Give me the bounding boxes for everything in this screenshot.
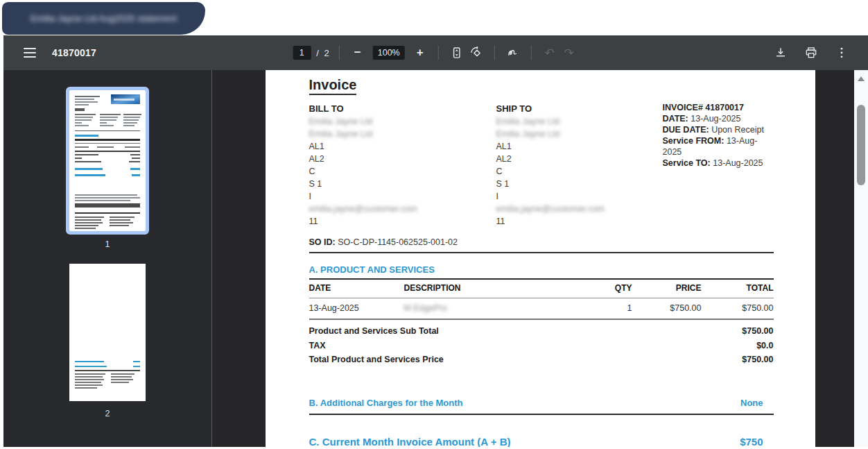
subtotal-amount: $750.00: [742, 324, 773, 339]
toolbar-divider: [339, 46, 340, 60]
download-button[interactable]: [771, 43, 790, 62]
ship-address-line: I: [496, 190, 663, 203]
toolbar-right: [771, 43, 868, 62]
table-row: 13-Aug-2025 M EdgePro 1 $750.00 $750.00: [309, 298, 774, 320]
hamburger-icon: [24, 48, 36, 58]
bill-address-line: C: [309, 165, 496, 178]
due-date-row: DUE DATE: Upon Receipt: [663, 124, 774, 135]
invoice-number: INVOICE# 41870017: [663, 102, 774, 113]
print-button[interactable]: [801, 43, 821, 62]
pdf-toolbar: 41870017 1 / 2 − 100% +: [3, 35, 868, 70]
bill-to-heading: BILL TO: [309, 102, 496, 115]
so-id-row: SO ID: SO-C-DP-1145-062525-001-02: [309, 237, 774, 253]
annotate-button[interactable]: [503, 43, 523, 62]
scrollbar-thumb[interactable]: [857, 105, 865, 185]
bill-address-line: AL1: [309, 140, 496, 153]
menu-button[interactable]: [20, 43, 40, 62]
thumbnail-label-1[interactable]: 1: [69, 239, 146, 249]
row-description-redacted: M EdgePro: [404, 303, 591, 313]
row-date: 13-Aug-2025: [309, 303, 404, 313]
toolbar-divider: [494, 46, 495, 60]
bill-address-suffix: 11: [309, 215, 496, 228]
tax-row: TAX $0.0: [309, 339, 774, 353]
column-header-total: TOTAL: [702, 283, 774, 293]
grand-total-amount: $750.00: [742, 353, 773, 367]
invoice-header-columns: BILL TO Emilia Jayne Ltd Emilia Jayne Lt…: [309, 102, 774, 228]
zoom-out-button[interactable]: −: [348, 43, 367, 62]
row-total: $750.00: [702, 303, 774, 313]
scroll-up-icon[interactable]: [858, 76, 865, 81]
column-header-description: DESCRIPTION: [404, 283, 591, 293]
invoice-title: Invoice: [309, 77, 357, 95]
totals-block: Product and Services Sub Total $750.00 T…: [309, 320, 774, 367]
section-c-heading: C. Current Month Invoice Amount (A + B): [309, 436, 511, 448]
bill-address-line: S 1: [309, 178, 496, 190]
toolbar-center: 1 / 2 − 100% +: [293, 35, 578, 70]
browser-tab-strip: Emilia Jayne Ltd Aug2025 statement: [0, 0, 868, 35]
tax-amount: $0.0: [756, 339, 773, 353]
ship-email-redacted: emilia.jayne@customer.com: [496, 203, 663, 215]
browser-tab[interactable]: Emilia Jayne Ltd Aug2025 statement: [2, 2, 205, 35]
screen: Emilia Jayne Ltd Aug2025 statement 41870…: [0, 0, 868, 449]
column-header-qty: QTY: [591, 283, 632, 293]
redo-icon: ↷: [564, 47, 574, 59]
ship-address-suffix: 11: [496, 215, 663, 228]
bill-company-redacted: Emilia Jayne Ltd: [309, 115, 496, 128]
so-id-label: SO ID:: [309, 237, 336, 247]
thumbnail-preview-2: [69, 264, 146, 401]
thumbnail-page-2[interactable]: [69, 264, 146, 401]
pdf-viewer: 41870017 1 / 2 − 100% +: [3, 35, 868, 447]
bill-to-section: BILL TO Emilia Jayne Ltd Emilia Jayne Lt…: [309, 102, 496, 228]
service-to-row: Service TO: 13-Aug-2025: [663, 158, 774, 169]
section-b-row: B. Additional Charges for the Month None: [309, 398, 774, 415]
service-from-row: Service FROM: 13-Aug-2025: [663, 135, 774, 158]
download-icon: [774, 46, 788, 60]
zoom-in-button[interactable]: +: [410, 43, 430, 62]
ship-company-redacted: Emilia Jayne Ltd: [496, 115, 663, 128]
ship-address-line: S 1: [496, 178, 663, 190]
page-number-input[interactable]: 1: [293, 46, 311, 60]
scrollbar-track[interactable]: [854, 70, 868, 447]
page-count: 2: [324, 48, 331, 58]
bill-email-redacted: emilia.jayne@customer.com: [309, 203, 496, 215]
section-c-row: C. Current Month Invoice Amount (A + B) …: [309, 436, 774, 448]
page-separator: /: [316, 48, 320, 58]
thumbnail-page-1[interactable]: [69, 90, 146, 231]
thumbnails-sidebar: 1 2: [3, 70, 211, 447]
annotate-icon: [506, 46, 520, 60]
invoice-meta-section: INVOICE# 41870017 DATE: 13-Aug-2025 DUE …: [663, 102, 774, 228]
thumbnail-preview-1: [69, 90, 146, 231]
viewer-content: 1 2: [3, 70, 868, 447]
section-b-value: None: [740, 398, 774, 408]
document-viewer: Invoice BILL TO Emilia Jayne Ltd Emilia …: [212, 70, 868, 447]
ship-address-line: AL1: [496, 140, 663, 153]
so-id-value: SO-C-DP-1145-062525-001-02: [338, 237, 458, 247]
section-b-heading: B. Additional Charges for the Month: [309, 398, 463, 408]
zoom-level[interactable]: 100%: [373, 46, 405, 60]
bill-address-line: I: [309, 190, 496, 203]
invoice-page: Invoice BILL TO Emilia Jayne Ltd Emilia …: [266, 70, 815, 447]
tab-title-redacted: Emilia Jayne Ltd Aug2025 statement: [31, 13, 177, 24]
fit-page-icon: [450, 46, 464, 60]
ship-to-heading: SHIP TO: [496, 102, 663, 115]
row-price: $750.00: [632, 303, 702, 313]
document-title: 41870017: [52, 47, 96, 58]
rotate-button[interactable]: [467, 43, 486, 62]
toolbar-divider: [438, 46, 439, 60]
fit-page-button[interactable]: [447, 43, 467, 62]
toolbar-left: 41870017: [3, 43, 96, 62]
grand-total-row: Total Product and Services Price $750.00: [309, 353, 774, 367]
bill-company-redacted: Emilia Jayne Ltd: [309, 128, 496, 140]
undo-button[interactable]: ↶: [540, 43, 559, 62]
thumbnail-label-2[interactable]: 2: [69, 409, 146, 418]
redo-button[interactable]: ↷: [559, 43, 579, 62]
subtotal-row: Product and Services Sub Total $750.00: [309, 324, 774, 339]
table-header-row: DATE DESCRIPTION QTY PRICE TOTAL: [309, 280, 774, 298]
row-qty: 1: [591, 303, 632, 313]
column-header-price: PRICE: [632, 283, 702, 293]
ship-address-line: C: [496, 165, 663, 178]
more-options-button[interactable]: [832, 43, 851, 62]
bill-address-line: AL2: [309, 153, 496, 165]
section-a-heading: A. PRODUCT AND SERVICES: [309, 264, 774, 280]
rotate-ccw-icon: [469, 46, 483, 60]
